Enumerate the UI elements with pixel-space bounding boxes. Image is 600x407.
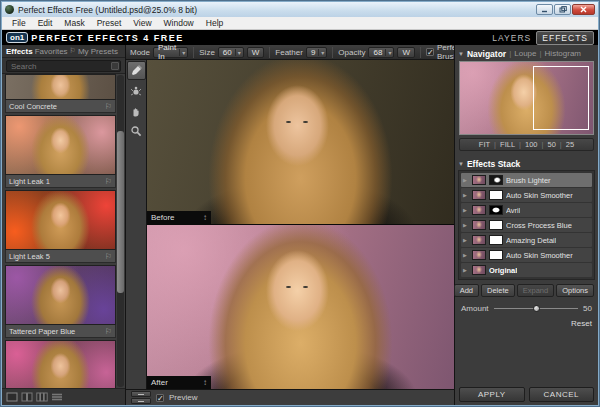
stack-layer-row[interactable]: ▶ Brush Lighter bbox=[461, 173, 592, 187]
preset-thumbnail[interactable] bbox=[5, 74, 116, 100]
layer-mask-thumbnail[interactable] bbox=[489, 220, 503, 230]
view-list-button[interactable] bbox=[51, 392, 63, 402]
slider-handle[interactable] bbox=[533, 305, 540, 312]
apply-button[interactable]: APPLY bbox=[459, 387, 525, 402]
restore-button[interactable] bbox=[554, 4, 571, 15]
feather-select[interactable]: 9 ▾ bbox=[306, 47, 327, 58]
preset-caption[interactable]: Light Leak 5 ⚐ bbox=[5, 250, 116, 263]
options-button[interactable]: Options bbox=[556, 284, 594, 297]
navigator-thumbnail[interactable] bbox=[459, 61, 594, 135]
disclosure-icon[interactable]: ▶ bbox=[463, 177, 469, 183]
preset-caption[interactable]: Tattered Paper Blue ⚐ bbox=[5, 325, 116, 338]
histogram-tab[interactable]: Histogram bbox=[545, 49, 581, 58]
opacity-wacom-button[interactable]: W bbox=[397, 47, 415, 58]
minimize-button[interactable] bbox=[536, 4, 553, 15]
tab-effects[interactable]: EFFECTS bbox=[536, 31, 594, 45]
preview-canvas[interactable]: Before ↕ After ↕ bbox=[147, 60, 454, 389]
preset-list-scrollbar[interactable] bbox=[117, 75, 124, 387]
preset-thumbnail[interactable] bbox=[5, 115, 116, 175]
layer-mask-thumbnail[interactable] bbox=[489, 190, 503, 200]
stack-layer-row[interactable]: ▶ Auto Skin Smoother bbox=[461, 248, 592, 262]
before-pane[interactable]: Before ↕ bbox=[147, 60, 454, 224]
brush-tool-button[interactable] bbox=[127, 61, 146, 80]
search-input[interactable] bbox=[6, 60, 121, 72]
preset-caption[interactable]: Cool Concrete ⚐ bbox=[5, 100, 116, 113]
layer-mask-thumbnail[interactable] bbox=[489, 250, 503, 260]
layer-mask-thumbnail[interactable] bbox=[489, 235, 503, 245]
scrollbar-thumb[interactable] bbox=[117, 131, 124, 293]
mode-select[interactable]: Paint In ▾ bbox=[153, 47, 188, 58]
menu-window[interactable]: Window bbox=[158, 18, 200, 28]
stack-layer-row[interactable]: ▶ Amazing Detail bbox=[461, 233, 592, 247]
preset-thumbnail[interactable] bbox=[5, 265, 116, 325]
collapse-icon[interactable]: ▼ bbox=[458, 161, 464, 167]
flag-icon[interactable]: ⚐ bbox=[105, 177, 112, 186]
preset-name: Light Leak 1 bbox=[9, 177, 105, 186]
preset-caption[interactable]: Light Leak 1 ⚐ bbox=[5, 175, 116, 188]
layer-mask-thumbnail[interactable] bbox=[489, 175, 503, 185]
view-single-button[interactable] bbox=[6, 392, 18, 402]
after-label-bar[interactable]: After ↕ bbox=[147, 376, 211, 389]
navigator-selection-box[interactable] bbox=[533, 66, 589, 129]
collapse-icon[interactable]: ▼ bbox=[458, 51, 464, 57]
flag-icon[interactable]: ⚐ bbox=[105, 102, 112, 111]
zoom-50-button[interactable]: 50 bbox=[548, 140, 556, 149]
stack-layer-row[interactable]: ▶ Original bbox=[461, 263, 592, 277]
preset-thumbnail[interactable] bbox=[5, 190, 116, 250]
menu-mask[interactable]: Mask bbox=[58, 18, 90, 28]
menu-edit[interactable]: Edit bbox=[32, 18, 59, 28]
close-button[interactable] bbox=[572, 4, 595, 15]
toolbar-separator bbox=[420, 47, 421, 58]
view-three-column-button[interactable] bbox=[36, 392, 48, 402]
flag-icon[interactable]: ⚐ bbox=[105, 327, 112, 336]
after-pane[interactable]: After ↕ bbox=[147, 225, 454, 389]
disclosure-icon[interactable]: ▶ bbox=[463, 267, 469, 273]
before-label-bar[interactable]: Before ↕ bbox=[147, 211, 211, 224]
preset-thumbnail[interactable] bbox=[5, 340, 116, 388]
zoom-tool-button[interactable] bbox=[127, 121, 146, 140]
amount-slider[interactable] bbox=[494, 304, 579, 313]
stack-layer-row[interactable]: ▶ Cross Process Blue bbox=[461, 218, 592, 232]
layer-mask-thumbnail[interactable] bbox=[489, 205, 503, 215]
disclosure-icon[interactable]: ▶ bbox=[463, 237, 469, 243]
cancel-button[interactable]: CANCEL bbox=[529, 387, 595, 402]
before-after-view-toggle[interactable] bbox=[131, 391, 151, 404]
tab-layers[interactable]: LAYERS bbox=[487, 32, 536, 44]
menu-preset[interactable]: Preset bbox=[91, 18, 128, 28]
zoom-fit-button[interactable]: FIT bbox=[479, 140, 490, 149]
navigator-tab[interactable]: Navigator bbox=[467, 49, 506, 59]
zoom-25-button[interactable]: 25 bbox=[566, 140, 574, 149]
presets-tab-effects[interactable]: Effects bbox=[6, 47, 33, 56]
stack-layer-row[interactable]: ▶ Auto Skin Smoother bbox=[461, 188, 592, 202]
preset-name: Cool Concrete bbox=[9, 102, 105, 111]
stack-layer-row[interactable]: ▶ Avril bbox=[461, 203, 592, 217]
menu-file[interactable]: File bbox=[6, 18, 32, 28]
perfect-brush-checkbox[interactable]: ✓ bbox=[426, 48, 434, 56]
disclosure-icon[interactable]: ▶ bbox=[463, 192, 469, 198]
mode-label: Mode bbox=[130, 48, 150, 57]
disclosure-icon[interactable]: ▶ bbox=[463, 252, 469, 258]
preview-checkbox[interactable]: ✓ bbox=[156, 394, 164, 402]
loupe-tab[interactable]: Loupe bbox=[514, 49, 536, 58]
flag-icon[interactable]: ⚐ bbox=[105, 252, 112, 261]
size-wacom-button[interactable]: W bbox=[247, 47, 265, 58]
opacity-select[interactable]: 68 ▾ bbox=[368, 47, 394, 58]
search-clear-button[interactable] bbox=[111, 62, 119, 70]
preset-list[interactable]: Cool Concrete ⚐ Light Leak 1 ⚐ Light Lea… bbox=[2, 74, 125, 388]
stack-reset-button[interactable]: Reset bbox=[571, 319, 592, 328]
titlebar[interactable]: Perfect Effects Free (Untitled.psd@25.0%… bbox=[2, 2, 598, 17]
zoom-100-button[interactable]: 100 bbox=[525, 140, 538, 149]
view-two-column-button[interactable] bbox=[21, 392, 33, 402]
disclosure-icon[interactable]: ▶ bbox=[463, 207, 469, 213]
presets-tab-favorites[interactable]: Favorites bbox=[35, 47, 68, 56]
masking-bug-tool-button[interactable] bbox=[127, 81, 146, 100]
presets-tab-my-presets[interactable]: My Presets bbox=[78, 47, 118, 56]
delete-button[interactable]: Delete bbox=[481, 284, 515, 297]
zoom-fill-button[interactable]: FILL bbox=[500, 140, 515, 149]
size-select[interactable]: 60 ▾ bbox=[218, 47, 244, 58]
hand-tool-button[interactable] bbox=[127, 101, 146, 120]
menu-view[interactable]: View bbox=[127, 18, 157, 28]
disclosure-icon[interactable]: ▶ bbox=[463, 222, 469, 228]
add-button[interactable]: Add bbox=[454, 284, 479, 297]
menu-help[interactable]: Help bbox=[200, 18, 229, 28]
